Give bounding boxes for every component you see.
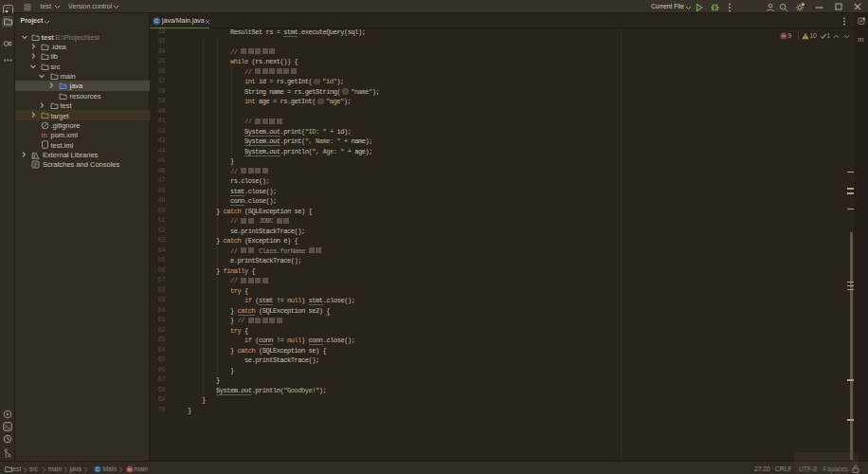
svg-text:C: C — [96, 466, 99, 472]
svg-text:m: m — [128, 466, 132, 472]
svg-text:m: m — [41, 131, 47, 139]
svg-text:C: C — [154, 18, 158, 24]
